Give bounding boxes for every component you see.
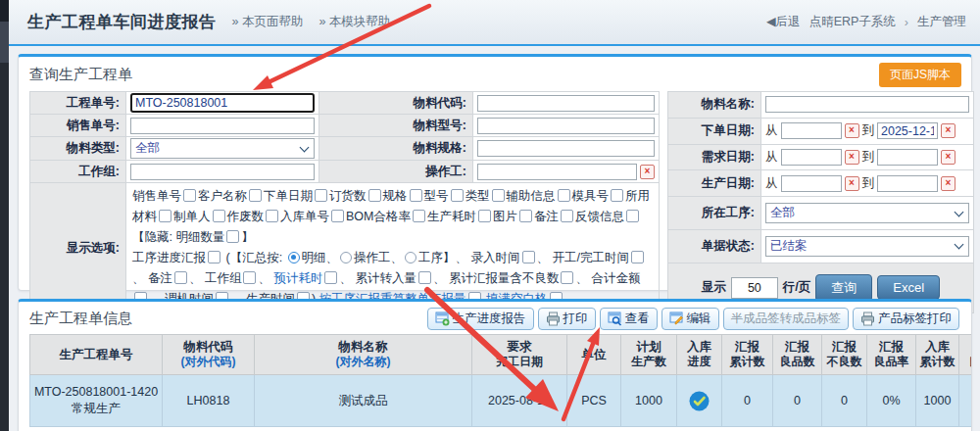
options-text: 、 bbox=[575, 271, 591, 285]
option-checkbox[interactable] bbox=[213, 210, 225, 222]
options-text: 、 bbox=[326, 251, 339, 264]
column-header: 入库良品数 bbox=[959, 335, 972, 375]
options-text: 、 bbox=[537, 251, 553, 264]
chevron-down-icon bbox=[955, 240, 964, 250]
material-model-input[interactable] bbox=[477, 118, 655, 134]
option-checkbox[interactable] bbox=[249, 189, 262, 202]
production-date-from-input[interactable] bbox=[781, 175, 842, 192]
current-process-select[interactable]: 全部 bbox=[765, 203, 969, 223]
production-date-to-input[interactable] bbox=[877, 175, 938, 192]
summary-mode-radio[interactable] bbox=[405, 252, 416, 263]
option-checkbox[interactable] bbox=[478, 210, 491, 222]
option-checkbox[interactable] bbox=[418, 271, 431, 284]
column-header: 汇报良品率 bbox=[867, 335, 916, 375]
view-magnifier-icon bbox=[608, 311, 622, 326]
order-date-to-input[interactable] bbox=[877, 122, 938, 139]
option-checkbox[interactable] bbox=[519, 210, 532, 222]
query-panel-title: 查询生产工程单 bbox=[29, 66, 132, 84]
semi-to-finished-label-button[interactable]: 半成品签转成品标签 bbox=[723, 308, 850, 330]
option-checkbox[interactable] bbox=[315, 189, 327, 202]
table-row[interactable]: MTO-250818001-1420常规生产LH0818测试成品2025-08-… bbox=[30, 375, 972, 427]
demand-date-from-input[interactable] bbox=[781, 149, 842, 166]
clear-date-icon[interactable]: × bbox=[941, 123, 956, 138]
option-label: 工作组 bbox=[205, 271, 242, 285]
option-checkbox[interactable] bbox=[368, 189, 381, 202]
clear-date-icon[interactable]: × bbox=[845, 150, 859, 165]
breadcrumb-system[interactable]: 点晴ERP子系统 bbox=[809, 14, 896, 30]
label-order-date: 下单日期: bbox=[668, 118, 761, 144]
doc-status-select[interactable]: 已结案 bbox=[765, 236, 969, 257]
page-help-link[interactable]: » 本页面帮助 bbox=[232, 14, 304, 30]
options-text: 】、 bbox=[443, 251, 470, 264]
option-checkbox[interactable] bbox=[266, 210, 278, 222]
option-label: 反馈信息 bbox=[575, 210, 624, 223]
operator-input[interactable] bbox=[477, 164, 637, 180]
column-header: 汇报良品数 bbox=[773, 335, 822, 375]
option-label: 备注 bbox=[534, 210, 559, 223]
production-progress-report-button[interactable]: 生产进度报告 bbox=[427, 308, 534, 330]
option-label: 合计金额 bbox=[591, 271, 640, 285]
option-checkbox[interactable] bbox=[413, 210, 425, 222]
option-checkbox[interactable] bbox=[226, 230, 239, 243]
demand-date-to-input[interactable] bbox=[877, 149, 938, 166]
product-label-print-button[interactable]: 产品标签打印 bbox=[853, 308, 959, 330]
order-no-input[interactable] bbox=[130, 93, 315, 113]
page-js-script-button[interactable]: 页面JS脚本 bbox=[879, 63, 961, 87]
option-label: 型号 bbox=[424, 189, 449, 203]
date-to-label: 到 bbox=[862, 175, 875, 192]
option-checkbox[interactable] bbox=[631, 251, 644, 263]
back-button[interactable]: ◀后退 bbox=[766, 14, 801, 30]
clear-date-icon[interactable]: × bbox=[845, 176, 859, 191]
column-header: 入库累计数 bbox=[916, 335, 959, 375]
material-name-input[interactable] bbox=[765, 96, 969, 113]
clear-date-icon[interactable]: × bbox=[941, 150, 956, 165]
option-label: 规格 bbox=[383, 189, 408, 203]
option-checkbox[interactable] bbox=[208, 251, 220, 263]
option-checkbox[interactable] bbox=[492, 189, 505, 202]
option-checkbox[interactable] bbox=[558, 189, 570, 202]
chevron-down-icon bbox=[955, 207, 964, 216]
option-label: 开工/完工时间 bbox=[553, 251, 629, 264]
option-label: 客户名称 bbox=[198, 189, 247, 203]
option-checkbox[interactable] bbox=[522, 251, 535, 263]
edit-button[interactable]: 编辑 bbox=[662, 308, 719, 330]
option-checkbox[interactable] bbox=[183, 189, 196, 202]
order-date-from-input[interactable] bbox=[781, 122, 842, 139]
breadcrumb: ◀后退 点晴ERP子系统 › 生产管理 bbox=[766, 14, 966, 30]
option-checkbox[interactable] bbox=[611, 189, 623, 202]
option-label: 工序进度汇报 bbox=[132, 251, 206, 264]
option-checkbox[interactable] bbox=[174, 271, 187, 284]
option-label: BOM合格率 bbox=[346, 210, 411, 223]
option-checkbox[interactable] bbox=[324, 271, 337, 284]
clear-date-icon[interactable]: × bbox=[845, 123, 859, 138]
clear-date-icon[interactable]: × bbox=[941, 176, 956, 191]
option-checkbox[interactable] bbox=[159, 210, 172, 222]
module-help-link[interactable]: » 本模块帮助 bbox=[318, 14, 390, 30]
breadcrumb-section[interactable]: 生产管理 bbox=[917, 14, 966, 30]
option-label: 【隐藏: 明细数量 bbox=[132, 230, 224, 244]
date-from-label: 从 bbox=[765, 122, 778, 139]
material-type-select[interactable]: 全部 bbox=[130, 138, 315, 159]
work-group-input[interactable] bbox=[130, 164, 315, 180]
material-spec-input[interactable] bbox=[477, 140, 655, 157]
option-checkbox[interactable] bbox=[626, 210, 639, 222]
excel-button[interactable]: Excel bbox=[877, 275, 940, 300]
summary-mode-radio[interactable] bbox=[288, 252, 300, 263]
option-checkbox[interactable] bbox=[561, 210, 573, 222]
print-button[interactable]: 打印 bbox=[538, 308, 596, 330]
option-checkbox[interactable] bbox=[243, 271, 256, 284]
summary-mode-radio[interactable] bbox=[340, 252, 352, 263]
clear-operator-icon[interactable]: × bbox=[640, 165, 655, 179]
rows-per-page-input[interactable] bbox=[731, 277, 778, 299]
option-checkbox[interactable] bbox=[451, 189, 464, 202]
option-label: 销售单号 bbox=[132, 189, 181, 203]
material-code-input[interactable] bbox=[477, 95, 655, 112]
view-button[interactable]: 查看 bbox=[600, 308, 658, 330]
option-label: 工序 bbox=[418, 251, 443, 264]
search-button[interactable]: 查询 bbox=[815, 274, 872, 302]
option-checkbox[interactable] bbox=[331, 210, 344, 222]
option-checkbox[interactable] bbox=[561, 271, 573, 284]
sales-no-input[interactable] bbox=[130, 118, 315, 134]
options-text: 、 bbox=[258, 271, 273, 285]
option-checkbox[interactable] bbox=[410, 189, 422, 202]
